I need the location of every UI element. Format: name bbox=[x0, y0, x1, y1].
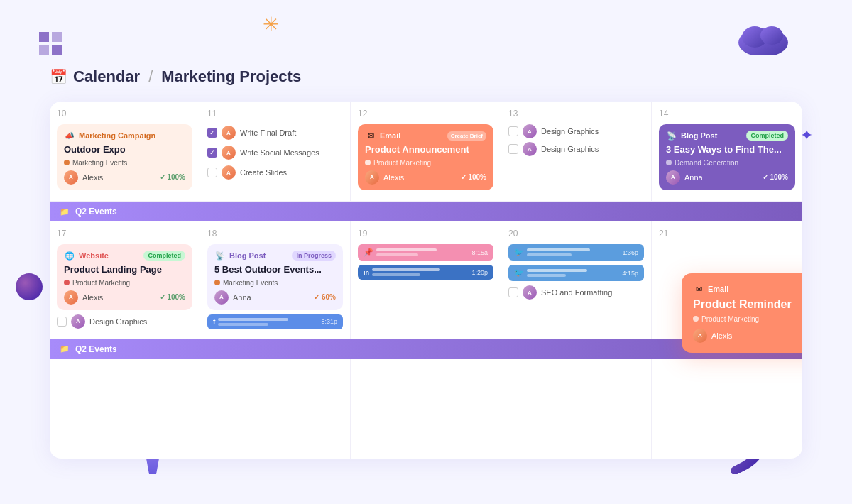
progress-label-12: ✓ 100% bbox=[461, 173, 486, 181]
floating-card-title: Product Reminder bbox=[693, 297, 802, 312]
tag-dot bbox=[64, 160, 70, 165]
blog-icon-18: 📡 bbox=[214, 250, 226, 261]
day-number-20: 20 bbox=[508, 229, 644, 239]
assignee-name: Alexis bbox=[82, 173, 103, 182]
seo-checkbox-row[interactable]: A SEO and Formatting bbox=[508, 285, 644, 300]
day-cell-14: 14 📡 Blog Post Completed 3 Easy Ways to … bbox=[652, 102, 802, 201]
card-title-blog-14: 3 Easy Ways to Find The... bbox=[666, 144, 788, 156]
website-card-17[interactable]: 🌐 Website Completed Product Landing Page… bbox=[57, 244, 192, 310]
day-number-19: 19 bbox=[358, 229, 493, 239]
avatar-anna-2: A bbox=[523, 142, 537, 156]
day-cell-18: 18 📡 Blog Post In Progress 5 Best Outdoo… bbox=[200, 221, 351, 339]
checklist-item-1[interactable]: ✓ A Write Final Draft bbox=[207, 124, 343, 141]
card-title-announcement: Product Announcement bbox=[365, 144, 486, 156]
blog-post-card-14[interactable]: 📡 Blog Post Completed 3 Easy Ways to Fin… bbox=[659, 124, 795, 190]
linkedin-schedule[interactable]: in 1:20p bbox=[358, 265, 493, 280]
tag-dot bbox=[693, 316, 699, 322]
avatar-alexis-17: A bbox=[64, 290, 78, 305]
day-cell-20: 20 🐦 1:36p 🐦 4:15 bbox=[501, 221, 652, 339]
tag-dot bbox=[214, 280, 220, 285]
card-type-marketing: Marketing Campaign bbox=[79, 131, 185, 140]
checkbox-design-1[interactable] bbox=[508, 126, 518, 136]
week-row-1: 10 📣 Marketing Campaign Outdoor Expo Mar… bbox=[50, 102, 802, 202]
blog-post-card-18[interactable]: 📡 Blog Post In Progress 5 Best Outdoor E… bbox=[207, 244, 343, 310]
progress-label: ✓ 100% bbox=[160, 173, 185, 181]
card-title-outdoor-expo: Outdoor Expo bbox=[64, 144, 185, 156]
email-badge: Create Brief bbox=[447, 131, 486, 141]
marketing-icon: 📣 bbox=[64, 130, 75, 141]
website-icon: 🌐 bbox=[64, 250, 75, 261]
card-tag-product-marketing-17: Product Marketing bbox=[64, 279, 185, 287]
facebook-schedule[interactable]: f 8:31p bbox=[207, 314, 343, 329]
blog-badge-18: In Progress bbox=[292, 251, 336, 261]
email-card-announcement[interactable]: ✉ Email Create Brief Product Announcemen… bbox=[358, 124, 493, 190]
breadcrumb-separator: / bbox=[148, 67, 153, 86]
group-label-2: Q2 Events bbox=[75, 344, 117, 354]
checklist-label-3: Create Slides bbox=[240, 168, 287, 177]
day-cell-empty-4 bbox=[501, 359, 652, 459]
blog-badge-completed: Completed bbox=[746, 131, 788, 141]
avatar-anna-14: A bbox=[666, 170, 680, 185]
day-cell-13: 13 A Design Graphics A Design Graphics bbox=[501, 102, 652, 201]
assignee-row-12: A Alexis bbox=[365, 170, 404, 185]
checkbox-3[interactable] bbox=[207, 168, 217, 177]
group-banner-row-1: 📁 Q2 Events bbox=[50, 202, 802, 221]
marketing-campaign-card[interactable]: 📣 Marketing Campaign Outdoor Expo Market… bbox=[57, 124, 192, 190]
label-design-graphics-17: Design Graphics bbox=[89, 317, 147, 326]
day-number-14: 14 bbox=[659, 109, 795, 119]
checklist-label-1: Write Final Draft bbox=[240, 128, 296, 137]
linkedin-icon: in bbox=[364, 269, 369, 276]
tag-dot bbox=[64, 280, 70, 285]
seo-label: SEO and Formatting bbox=[541, 288, 612, 297]
avatar-design-17: A bbox=[71, 314, 85, 329]
assignee-name-12: Alexis bbox=[383, 173, 404, 182]
twitter-schedule-1[interactable]: 🐦 1:36p bbox=[508, 244, 644, 261]
card-tag-marketing-events: Marketing Events bbox=[64, 159, 185, 167]
checklist-item-3[interactable]: A Create Slides bbox=[207, 164, 343, 181]
assignee-row-18: A Anna bbox=[214, 290, 251, 305]
pinterest-schedule[interactable]: 📌 8:15a bbox=[358, 244, 493, 261]
pinterest-time: 8:15a bbox=[471, 249, 488, 256]
day-cell-11: 11 ✓ A Write Final Draft ✓ A Write Socia… bbox=[200, 102, 351, 201]
checkbox-design-graphics-17[interactable]: A Design Graphics bbox=[57, 314, 192, 329]
checkbox-row-design-2[interactable]: A Design Graphics bbox=[508, 142, 644, 156]
day-number-21: 21 bbox=[659, 229, 795, 239]
floating-email-type: Email bbox=[708, 285, 800, 293]
day-number-11: 11 bbox=[207, 109, 343, 119]
website-badge: Completed bbox=[143, 251, 185, 261]
breadcrumb-calendar[interactable]: Calendar bbox=[73, 67, 140, 86]
assignee-row: A Alexis bbox=[64, 170, 103, 185]
checkbox-design-2[interactable] bbox=[508, 144, 518, 154]
card-tag-product-marketing: Product Marketing bbox=[365, 159, 486, 167]
avatar-anna-1: A bbox=[523, 124, 537, 138]
checkbox-2[interactable]: ✓ bbox=[207, 148, 217, 158]
avatar-small: A bbox=[222, 126, 236, 140]
group-label-1: Q2 Events bbox=[75, 207, 117, 217]
label-design-graphics-2: Design Graphics bbox=[541, 145, 599, 153]
tag-dot bbox=[666, 160, 672, 165]
avatar-anna-18: A bbox=[214, 290, 229, 305]
card-tag-marketing-events-18: Marketing Events bbox=[214, 279, 336, 287]
checkbox-row-design-1[interactable]: A Design Graphics bbox=[508, 124, 644, 138]
day-cell-empty-2 bbox=[200, 359, 351, 459]
breadcrumb-projects: Marketing Projects bbox=[161, 67, 301, 86]
floating-assignee: Alexis bbox=[711, 332, 732, 340]
progress-label-17: ✓ 100% bbox=[160, 293, 185, 301]
avatar-alexis-12: A bbox=[365, 170, 379, 185]
progress-label-18: ✓ 60% bbox=[314, 293, 336, 301]
day-cell-empty-3 bbox=[351, 359, 501, 459]
assignee-name-17: Alexis bbox=[82, 293, 103, 302]
checkbox-design-17[interactable] bbox=[57, 317, 67, 327]
seo-checkbox[interactable] bbox=[508, 287, 518, 297]
checklist-item-2[interactable]: ✓ A Write Social Messages bbox=[207, 144, 343, 161]
facebook-time: 8:31p bbox=[321, 318, 337, 325]
breadcrumb: 📅 Calendar / Marketing Projects bbox=[50, 67, 802, 86]
floating-email-card[interactable]: ✉ Email In Progress Product Reminder Pro… bbox=[682, 273, 802, 353]
twitter-schedule-2[interactable]: 🐦 4:15p bbox=[508, 265, 644, 281]
assignee-name-18: Anna bbox=[233, 293, 251, 302]
card-type-email: Email bbox=[380, 131, 444, 140]
card-title-blog-18: 5 Best Outdoor Events... bbox=[214, 264, 336, 276]
folder-icon-2: 📁 bbox=[60, 344, 70, 354]
facebook-icon: f bbox=[213, 318, 215, 326]
checkbox-1[interactable]: ✓ bbox=[207, 128, 217, 138]
